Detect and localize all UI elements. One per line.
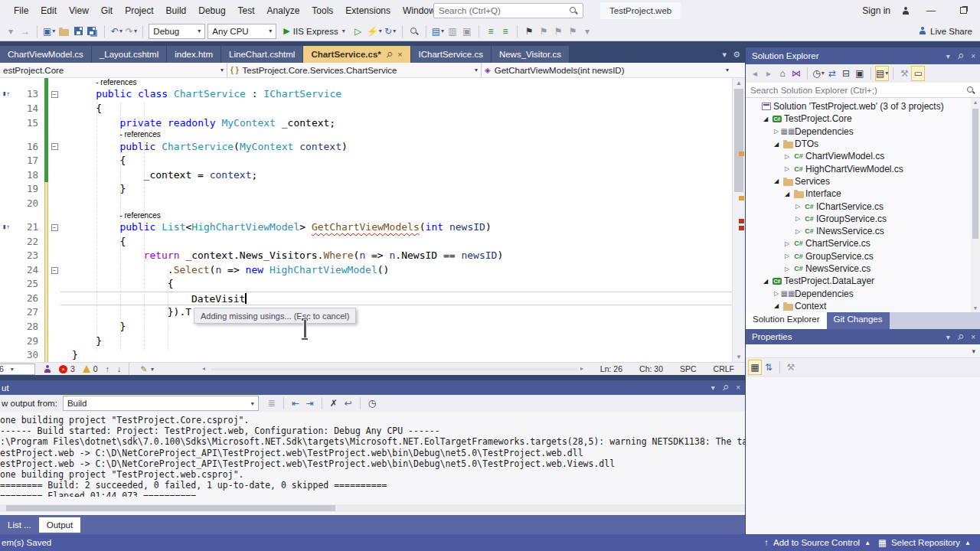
tree-item-newsservice-cs[interactable]: ▷C#NewsService.cs bbox=[746, 262, 980, 275]
bottom-tab-output[interactable]: Output bbox=[39, 517, 81, 533]
menu-test[interactable]: Test bbox=[232, 2, 261, 19]
tree-expander[interactable]: ▷ bbox=[782, 240, 792, 247]
bookmarks-chevron[interactable]: ▾ bbox=[581, 24, 593, 38]
restore-button[interactable] bbox=[952, 5, 974, 16]
code-line-28[interactable]: 28} bbox=[0, 320, 745, 334]
code-line-18[interactable]: 18_context = context; bbox=[0, 168, 745, 183]
navigate-forward-icon[interactable]: → bbox=[19, 24, 31, 38]
type-dropdown[interactable]: { } TestProject.Core.Services.ChartServi… bbox=[227, 63, 482, 77]
tree-expander[interactable]: ▷ bbox=[772, 128, 781, 135]
tree-expander[interactable]: ◢ bbox=[782, 191, 792, 197]
code-line-22[interactable]: 22{ bbox=[0, 235, 745, 249]
menu-extensions[interactable]: Extensions bbox=[339, 2, 397, 19]
collapse-region-button[interactable]: − bbox=[51, 91, 58, 98]
tree-item-inewsservice-cs[interactable]: ▷C#INewsService.cs bbox=[746, 225, 980, 237]
code-line-30[interactable]: 30} bbox=[0, 348, 745, 362]
next-bookmark-icon[interactable]: ⚑ bbox=[552, 24, 564, 38]
project-dropdown[interactable]: estProject.Core▾ bbox=[0, 63, 227, 77]
error-count[interactable]: × 3 bbox=[59, 364, 75, 373]
tab-settings-gear-icon[interactable]: ⚙ bbox=[733, 50, 740, 60]
tree-expander[interactable]: ▷ bbox=[782, 165, 792, 172]
output-close-icon[interactable]: × bbox=[736, 383, 740, 392]
tab--layout-cshtml[interactable]: _Layout.cshtml bbox=[92, 46, 166, 63]
word-wrap-icon[interactable]: ↩ bbox=[342, 396, 354, 410]
comment-icon[interactable]: ≡ bbox=[485, 24, 497, 38]
menu-tools[interactable]: Tools bbox=[305, 2, 339, 19]
timestamp-icon[interactable]: ◷ bbox=[366, 396, 378, 410]
menu-debug[interactable]: Debug bbox=[192, 2, 231, 19]
tab-chartservice-cs-[interactable]: ChartService.cs*⚲× bbox=[303, 46, 410, 63]
member-dropdown[interactable]: ◈ GetChartViewModels(int newsID)▾ bbox=[482, 63, 732, 77]
tree-item-dtos[interactable]: ◢DTOs bbox=[746, 138, 980, 150]
tree-item-dependencies[interactable]: ▷▦▦Dependencies bbox=[746, 126, 980, 138]
bottom-tab-list-[interactable]: List ... bbox=[0, 517, 39, 533]
editor-vertical-scrollbar[interactable]: ▲ ▼ bbox=[732, 78, 745, 362]
output-source-select[interactable]: Build▾ bbox=[63, 396, 259, 411]
se-chevron-icon[interactable]: ▾ bbox=[946, 52, 950, 60]
menu-view[interactable]: View bbox=[63, 2, 95, 19]
find-message-icon[interactable]: ≣ bbox=[266, 396, 278, 410]
code-line-19[interactable]: 19} bbox=[0, 182, 745, 197]
tree-expander[interactable]: ▷ bbox=[793, 203, 802, 210]
live-share-button[interactable]: Live Share bbox=[918, 27, 972, 36]
platform-select[interactable]: Any CPU▾ bbox=[207, 24, 276, 39]
tree-expander[interactable]: ◢ bbox=[772, 302, 781, 309]
code-editor[interactable]: - references▮↑13−public class ChartServi… bbox=[0, 78, 745, 362]
health-dropdown[interactable]: 6▾ bbox=[0, 364, 35, 375]
se-back-icon[interactable]: ◂ bbox=[749, 67, 761, 80]
hscroll-left-arrow[interactable]: ◂ bbox=[202, 365, 205, 372]
prev-bookmark-icon[interactable]: ⚑ bbox=[537, 24, 550, 38]
menu-analyze[interactable]: Analyze bbox=[261, 2, 306, 19]
new-project-icon[interactable]: ▣▾ bbox=[43, 24, 55, 38]
code-line-25[interactable]: 25{ bbox=[0, 277, 745, 292]
start-debugging-button[interactable]: ▶ IIS Express▾ bbox=[279, 23, 349, 40]
tree-item-chartviewmodel-cs[interactable]: ▷C#ChartViewModel.cs bbox=[746, 150, 980, 162]
tab-close-icon[interactable]: × bbox=[397, 50, 402, 59]
se-pin-icon[interactable]: ⚲ bbox=[956, 51, 965, 61]
properties-close-icon[interactable]: × bbox=[971, 333, 975, 341]
code-line-29[interactable]: 29} bbox=[0, 334, 745, 349]
clear-all-icon[interactable]: ✗ bbox=[328, 396, 340, 410]
code-line-21[interactable]: ▮↑21−public List<HighChartViewModel> Get… bbox=[0, 220, 745, 235]
tab-index-htm[interactable]: index.htm bbox=[167, 46, 220, 63]
tree-item-context[interactable]: ◢Context bbox=[746, 300, 980, 312]
line-ending-indicator[interactable]: CRLF bbox=[714, 364, 734, 373]
undo-icon[interactable]: ↶▾ bbox=[110, 24, 122, 38]
code-line-20[interactable]: 20 bbox=[0, 197, 745, 211]
se-close-icon[interactable]: × bbox=[971, 52, 975, 60]
tree-expander[interactable]: ▷ bbox=[772, 290, 781, 297]
next-issue-button[interactable]: ↓ bbox=[117, 364, 121, 373]
tree-expander[interactable]: ▷ bbox=[782, 266, 792, 272]
tab-news-visitor-cs[interactable]: News_Visitor.cs bbox=[492, 46, 569, 63]
output-log[interactable]: one building project "TestProject.Core.c… bbox=[0, 412, 745, 497]
line-indicator[interactable]: Ln: 26 bbox=[600, 364, 622, 373]
se-forward-icon[interactable]: ▸ bbox=[763, 67, 775, 80]
tree-item-solution-testproject-web-3-of-3-projects-[interactable]: Solution 'TestProject.web' (3 of 3 proje… bbox=[746, 100, 980, 112]
hot-reload-icon[interactable]: ⚡▾ bbox=[367, 24, 382, 38]
output-pin-icon[interactable]: ⚲ bbox=[720, 383, 730, 393]
prev-message-icon[interactable]: ⇤ bbox=[289, 396, 302, 410]
select-repository-button[interactable]: ▦ Select Repository ▲ bbox=[878, 537, 971, 548]
editor-horizontal-scrollbar[interactable] bbox=[211, 368, 577, 370]
tab-linechart-cshtml[interactable]: LineChart.cshtml bbox=[221, 46, 302, 63]
tree-item-ichartservice-cs[interactable]: ▷C#IChartService.cs bbox=[746, 200, 980, 212]
sidebar-tab-git-changes[interactable]: Git Changes bbox=[827, 312, 890, 329]
sign-in-button[interactable]: Sign in bbox=[862, 5, 890, 16]
menu-git[interactable]: Git bbox=[95, 2, 119, 19]
se-sync-icon[interactable]: ⇄ bbox=[826, 67, 838, 80]
se-switch-views-icon[interactable]: ⋈ bbox=[790, 67, 802, 80]
warning-count[interactable]: 0 bbox=[83, 364, 98, 373]
tree-expander[interactable]: ▷ bbox=[782, 253, 792, 259]
code-line-14[interactable]: 14{ bbox=[0, 102, 745, 116]
toolbar-options-chevron[interactable]: ▾ bbox=[5, 24, 17, 38]
spaces-indicator[interactable]: SPC bbox=[680, 364, 697, 373]
tree-vertical-scrollbar[interactable]: ▲▼ bbox=[971, 98, 980, 312]
code-line-13[interactable]: ▮↑13−public class ChartService : IChartS… bbox=[0, 87, 745, 102]
se-preview-icon[interactable]: ▭ bbox=[912, 67, 924, 80]
se-properties-icon[interactable]: ▣ bbox=[854, 67, 866, 80]
tree-expander[interactable]: ◢ bbox=[761, 278, 770, 285]
column-indicator[interactable]: Ch: 30 bbox=[639, 364, 663, 373]
code-line-27[interactable]: 27}).T bbox=[0, 305, 745, 320]
uncomment-icon[interactable]: ≡ bbox=[499, 24, 511, 38]
restart-icon[interactable]: ↻▾ bbox=[384, 24, 397, 38]
